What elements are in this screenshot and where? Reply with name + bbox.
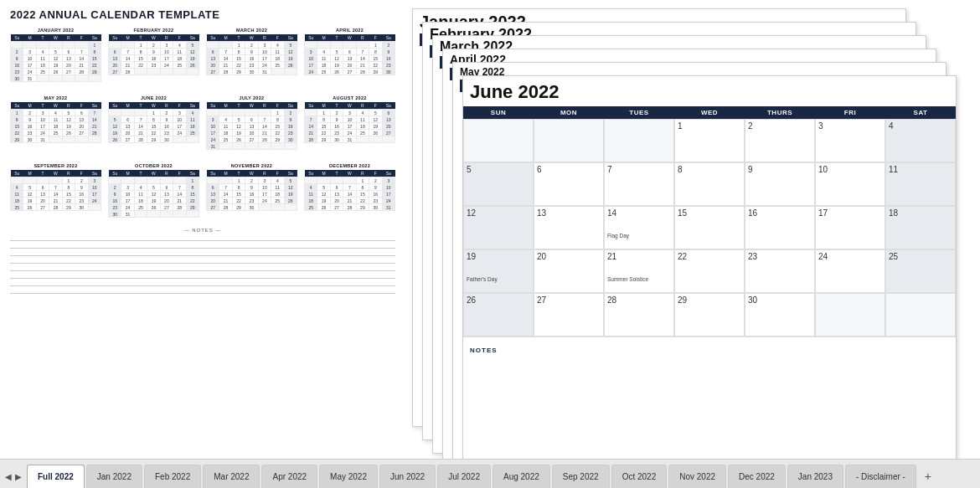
mini-cal-cell: 26 [109, 136, 121, 143]
mini-cal-hdr: M [121, 34, 134, 42]
mini-cal-cell: 24 [258, 198, 271, 204]
mini-cal-hdr: Su [207, 34, 219, 42]
mini-cal-cell: 16 [147, 55, 160, 62]
mini-cal-cell: 14 [258, 123, 271, 130]
mini-cal-hdr: F [271, 34, 284, 42]
tab-9[interactable]: Sep 2022 [552, 465, 610, 488]
mini-cal-cell: 13 [36, 191, 49, 198]
tab-add-button[interactable]: + [918, 465, 938, 488]
june-hdr: MON [534, 106, 604, 119]
tab-7[interactable]: Jul 2022 [437, 465, 491, 488]
mini-cal-cell: 24 [160, 62, 173, 69]
mini-cal-hdr: M [121, 102, 134, 110]
mini-cal-cell: 6 [36, 184, 49, 191]
mini-cal-cell: 22 [88, 62, 101, 69]
day-number: 2 [748, 121, 812, 131]
annual-title: 2022 ANNUAL CALENDAR TEMPLATE [10, 8, 395, 21]
mini-cal-cell: 29 [232, 204, 245, 211]
mini-cal-cell: 21 [88, 123, 101, 130]
mini-cal-cell: 31 [23, 75, 36, 82]
june-cell: 12 [463, 206, 534, 249]
tab-2[interactable]: Feb 2022 [144, 465, 201, 488]
mini-cal-hdr: W [245, 102, 258, 110]
june-cell: 14Flag Day [604, 206, 674, 249]
mini-cal-cell: 4 [36, 49, 49, 55]
june-cell: 24 [815, 249, 885, 293]
mini-cal-cell: 13 [245, 123, 258, 130]
mini-cal-cell: 8 [232, 49, 245, 55]
mini-cal-cell: 6 [207, 184, 219, 191]
tab-1[interactable]: Jan 2022 [86, 465, 142, 488]
mini-cal-cell: 5 [62, 110, 75, 116]
tab-5[interactable]: May 2022 [319, 465, 378, 488]
tab-6[interactable]: Jun 2022 [379, 465, 436, 488]
mini-cal-cell: 3 [343, 110, 356, 116]
mini-cal-cell: 28 [88, 130, 101, 136]
tab-4[interactable]: Apr 2022 [261, 465, 317, 488]
mini-cal-cell: 16 [330, 123, 343, 130]
mini-cal-cell: 4 [271, 177, 284, 184]
mini-cal-cell [232, 143, 245, 150]
mini-cal-cell: 4 [186, 110, 199, 116]
mini-cal-cell: 21 [219, 62, 232, 69]
june-cell [885, 293, 956, 336]
mini-cal-cell: 19 [23, 198, 36, 204]
mini-cal-cell: 23 [75, 198, 88, 204]
tab-nav-left[interactable]: ◀ [3, 472, 13, 481]
tab-12[interactable]: Dec 2022 [728, 465, 786, 488]
event-label: Flag Day [607, 233, 671, 239]
day-number: 10 [818, 165, 882, 174]
tab-11[interactable]: Nov 2022 [668, 465, 726, 488]
mini-cal-cell: 12 [49, 55, 62, 62]
notes-line-1 [10, 234, 395, 241]
mini-cal-cell: 27 [245, 136, 258, 143]
mini-cal-cell: 31 [36, 136, 49, 143]
mini-cal-cell: 7 [173, 184, 186, 191]
mini-cal-cell [207, 177, 219, 184]
tab-10[interactable]: Oct 2022 [611, 465, 668, 488]
mini-cal-cell: 7 [49, 184, 62, 191]
june-hdr: THURS [745, 106, 815, 119]
mini-cal-cell: 8 [88, 49, 101, 55]
mini-cal-cell: 12 [109, 123, 121, 130]
tab-14[interactable]: - Disclaimer - [845, 465, 916, 488]
mini-cal-cell: 15 [186, 191, 199, 198]
june-cell: 21Summer Solstice [604, 249, 674, 293]
left-panel: 2022 ANNUAL CALENDAR TEMPLATE JANUARY 20… [10, 8, 395, 452]
mini-cal-cell: 8 [147, 116, 160, 123]
mini-cal-cell: 25 [219, 136, 232, 143]
mini-cal-cell: 24 [88, 198, 101, 204]
june-cell [534, 119, 604, 162]
mini-cal-cell: 20 [343, 62, 356, 69]
mini-cal-cell: 24 [258, 62, 271, 69]
day-number: 26 [467, 295, 530, 305]
mini-cal-cell [49, 136, 62, 143]
tab-nav-right[interactable]: ▶ [13, 472, 23, 481]
mini-cal-cell: 23 [369, 198, 382, 204]
tab-8[interactable]: Aug 2022 [493, 465, 550, 488]
day-number: 8 [678, 165, 741, 174]
mini-cal-3: APRIL 2022SuMTWRFSa123456789101112131415… [304, 28, 395, 82]
mini-cal-cell: 29 [271, 136, 284, 143]
mini-cal-cell: 10 [173, 116, 186, 123]
day-number: 27 [537, 295, 601, 305]
tab-0[interactable]: Full 2022 [27, 465, 85, 488]
mini-cal-cell: 20 [382, 123, 395, 130]
tab-13[interactable]: Jan 2023 [787, 465, 843, 488]
mini-cal-cell [284, 204, 297, 211]
mini-cal-hdr: M [121, 170, 134, 177]
mini-cal-cell: 15 [232, 55, 245, 62]
june-cell: 2 [745, 119, 815, 162]
mini-cal-cell: 20 [62, 62, 75, 69]
tab-3[interactable]: Mar 2022 [203, 465, 260, 488]
mini-cal-5: JUNE 2022SuMTWRFSa1234567891011121314151… [108, 95, 199, 150]
event-label: Summer Solstice [607, 276, 671, 282]
mini-cal-cell: 15 [369, 55, 382, 62]
mini-cal-cell [109, 110, 121, 116]
mini-cal-cell: 29 [356, 204, 369, 211]
mini-cal-hdr: W [245, 170, 258, 177]
mini-cal-cell [207, 110, 219, 116]
mini-cal-cell: 14 [121, 55, 134, 62]
mini-cal-cell: 12 [284, 49, 297, 55]
mini-cal-cell: 20 [36, 198, 49, 204]
